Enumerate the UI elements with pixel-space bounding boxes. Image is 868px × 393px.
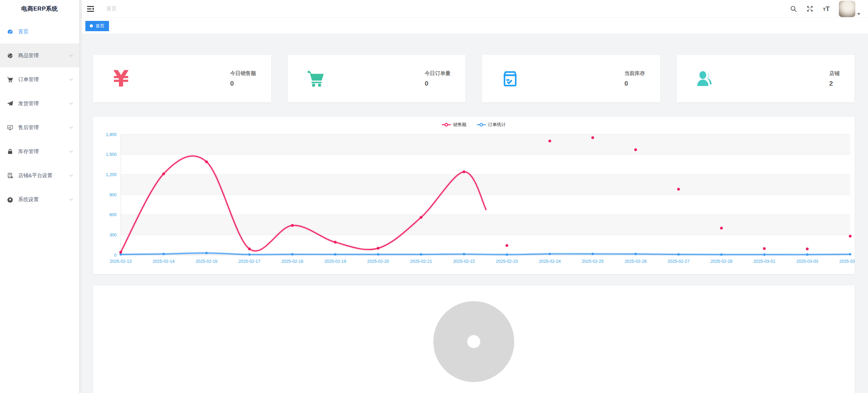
- x-axis-tick: 2025-02-26: [625, 259, 647, 264]
- y-axis-tick: 0: [114, 253, 117, 258]
- sidebar-item-2[interactable]: 订单管理: [0, 67, 79, 91]
- sidebar: 电商ERP系统 首页商品管理订单管理发货管理售后管理库存管理店铺&平台设置系统设…: [0, 0, 79, 393]
- monitor-icon: [7, 124, 13, 131]
- y-axis-tick: 900: [109, 193, 117, 197]
- breadcrumb[interactable]: 首页: [106, 5, 117, 12]
- chevron-down-icon: [857, 13, 860, 15]
- x-axis-tick: 2025-03-04: [839, 259, 855, 264]
- sidebar-item-1[interactable]: 商品管理: [0, 44, 79, 67]
- cart-icon: [7, 76, 13, 83]
- x-axis-tick: 2025-03-03: [796, 259, 818, 264]
- stat-label: 今日订单量: [425, 70, 450, 77]
- users-icon: [695, 69, 715, 89]
- chart-legend: 销售额订单统计: [93, 122, 855, 128]
- chevron-down-icon: [69, 126, 73, 129]
- avatar[interactable]: [839, 1, 855, 17]
- stat-value: 0: [625, 80, 628, 87]
- inventory-icon: [500, 69, 520, 89]
- sidebar-item-label: 售后管理: [18, 124, 39, 131]
- lock-icon: [7, 148, 13, 155]
- sidebar-item-label: 店铺&平台设置: [18, 172, 52, 179]
- tab-active-dot: [90, 24, 93, 27]
- legend-marker-icon: [442, 123, 451, 126]
- send-icon: [7, 100, 13, 107]
- x-axis-tick: 2025-03-01: [754, 259, 775, 264]
- sidebar-item-5[interactable]: 库存管理: [0, 139, 79, 163]
- chevron-down-icon: [69, 54, 73, 57]
- chevron-down-icon: [69, 198, 73, 201]
- x-axis-tick: 2025-02-19: [324, 259, 346, 264]
- y-axis-tick: 1,500: [106, 152, 117, 157]
- x-axis-tick: 2025-02-13: [110, 259, 132, 264]
- x-axis-tick: 2025-02-20: [367, 259, 389, 264]
- sales-orders-chart-card: 销售额订单统计 03006009001,2001,5001,8002025-02…: [93, 117, 855, 274]
- sidebar-item-label: 首页: [18, 28, 28, 35]
- tabstrip: 首页: [82, 18, 868, 34]
- y-axis-tick: 1,800: [106, 132, 117, 137]
- x-axis-tick: 2025-02-22: [453, 259, 475, 264]
- x-axis-tick: 2025-02-18: [281, 259, 303, 264]
- legend-item-0[interactable]: 销售额: [442, 122, 467, 128]
- legend-label: 销售额: [453, 122, 467, 128]
- dashboard-icon: [7, 28, 13, 35]
- tab-label: 首页: [96, 23, 105, 29]
- x-axis-tick: 2025-02-21: [410, 259, 432, 264]
- app-title: 电商ERP系统: [0, 0, 79, 18]
- sidebar-item-label: 商品管理: [18, 52, 39, 59]
- x-axis-tick: 2025-02-23: [496, 259, 518, 264]
- sidebar-divider: [79, 0, 82, 393]
- book-gear-icon: [7, 172, 13, 179]
- stat-card-1: 今日订单量0: [288, 55, 466, 102]
- stat-value: 2: [829, 80, 833, 87]
- globe-icon: [7, 52, 13, 59]
- sidebar-item-label: 库存管理: [18, 148, 39, 155]
- sidebar-item-0[interactable]: 首页: [0, 20, 79, 44]
- empty-donut-chart: [433, 301, 514, 382]
- sales-orders-line-chart[interactable]: 03006009001,2001,5001,8002025-02-132025-…: [93, 117, 855, 274]
- user-menu[interactable]: [839, 1, 860, 17]
- chevron-down-icon: [69, 150, 73, 153]
- sidebar-item-6[interactable]: 店铺&平台设置: [0, 163, 79, 187]
- font-size-icon[interactable]: TT: [823, 5, 830, 12]
- legend-label: 订单统计: [488, 122, 506, 128]
- stat-meta: 今日销售额0: [230, 70, 256, 87]
- pie-chart-card: [93, 285, 855, 393]
- legend-item-1[interactable]: 订单统计: [477, 122, 506, 128]
- tab-home[interactable]: 首页: [85, 21, 109, 31]
- stat-card-2: 当前库存0: [482, 55, 660, 102]
- sidebar-item-4[interactable]: 售后管理: [0, 115, 79, 139]
- stat-meta: 店铺2: [829, 70, 840, 87]
- x-axis-tick: 2025-02-24: [539, 259, 561, 264]
- stat-value: 0: [230, 80, 234, 87]
- cart-icon: [305, 69, 326, 89]
- gear-icon: [7, 196, 13, 203]
- x-axis-tick: 2025-02-27: [667, 259, 689, 264]
- sidebar-item-7[interactable]: 系统设置: [0, 187, 79, 211]
- yen-icon: ¥: [111, 69, 131, 89]
- search-icon[interactable]: [790, 5, 797, 12]
- x-axis-tick: 2025-02-14: [153, 259, 174, 264]
- collapse-menu-icon[interactable]: [86, 5, 95, 13]
- stat-cards-row: ¥今日销售额0今日订单量0当前库存0店铺2: [93, 55, 855, 102]
- main-area: 首页 TT 首页 ¥今日销售: [82, 0, 868, 393]
- stat-card-3: 店铺2: [677, 55, 855, 102]
- stat-label: 今日销售额: [230, 70, 256, 77]
- sidebar-item-label: 系统设置: [18, 196, 39, 203]
- stat-meta: 今日订单量0: [425, 70, 450, 87]
- chevron-down-icon: [69, 78, 73, 81]
- stat-label: 店铺: [829, 70, 840, 77]
- stat-meta: 当前库存0: [625, 70, 645, 87]
- y-axis-tick: 600: [109, 212, 117, 217]
- stat-label: 当前库存: [625, 70, 645, 77]
- y-axis-tick: 300: [109, 233, 117, 237]
- sidebar-item-3[interactable]: 发货管理: [0, 91, 79, 115]
- legend-marker-icon: [477, 123, 486, 126]
- fullscreen-icon[interactable]: [806, 5, 813, 12]
- x-axis-tick: 2025-02-15: [195, 259, 217, 264]
- x-axis-tick: 2025-02-28: [710, 259, 732, 264]
- sidebar-item-label: 订单管理: [18, 76, 39, 83]
- topbar: 首页 TT: [82, 0, 868, 18]
- stat-value: 0: [425, 80, 429, 87]
- topbar-actions: TT: [790, 1, 860, 17]
- x-axis-tick: 2025-02-17: [239, 259, 261, 264]
